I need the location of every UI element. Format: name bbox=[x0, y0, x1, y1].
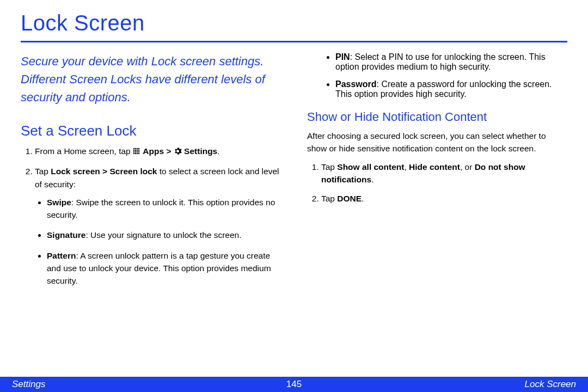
step-1-settings-label: Settings bbox=[184, 146, 217, 156]
svg-point-8 bbox=[133, 151, 134, 152]
content-columns: Secure your device with Lock screen sett… bbox=[21, 52, 567, 295]
footer-right: Lock Screen bbox=[525, 379, 577, 390]
step-1: From a Home screen, tap Apps > bbox=[35, 145, 281, 158]
notif-step2-pre: Tap bbox=[321, 194, 337, 203]
svg-point-7 bbox=[138, 150, 139, 151]
footer-left: Settings bbox=[12, 379, 45, 390]
notif-step2-period: . bbox=[362, 194, 364, 203]
bullet-password: Password: Create a password for unlockin… bbox=[335, 79, 567, 99]
step-1-pre: From a Home screen, tap bbox=[35, 146, 133, 156]
manual-page: Lock Screen Secure your device with Lock… bbox=[0, 0, 588, 392]
notification-steps: Tap Show all content, Hide content, or D… bbox=[307, 161, 567, 205]
svg-point-1 bbox=[135, 148, 136, 149]
signature-label: Signature bbox=[47, 230, 85, 240]
bullet-swipe: Swipe: Swipe the screen to unlock it. Th… bbox=[47, 196, 281, 222]
signature-text: : Use your signature to unlock the scree… bbox=[85, 230, 241, 240]
svg-point-10 bbox=[137, 151, 138, 152]
notif-step1-period: . bbox=[371, 175, 373, 184]
svg-point-13 bbox=[135, 153, 136, 154]
notif-step1-c2: , or bbox=[460, 162, 475, 171]
page-title: Lock Screen bbox=[21, 11, 567, 39]
svg-point-0 bbox=[133, 148, 134, 149]
step-1-apps-label: Apps > bbox=[143, 146, 173, 156]
intro-text: Secure your device with Lock screen sett… bbox=[21, 52, 281, 106]
notif-step-1: Tap Show all content, Hide content, or D… bbox=[321, 161, 567, 186]
title-divider bbox=[21, 41, 567, 42]
pin-label: PIN bbox=[335, 52, 350, 62]
heading-set-screen-lock: Set a Screen Lock bbox=[21, 122, 281, 139]
password-label: Password bbox=[335, 79, 377, 89]
step-1-period: . bbox=[217, 146, 219, 156]
svg-point-5 bbox=[135, 150, 136, 151]
bullet-pin: PIN: Select a PIN to use for unlocking t… bbox=[335, 52, 567, 72]
left-column: Secure your device with Lock screen sett… bbox=[21, 52, 281, 295]
notification-para: After choosing a secured lock screen, yo… bbox=[307, 130, 567, 155]
heading-notification-content: Show or Hide Notification Content bbox=[307, 110, 567, 124]
page-footer: Settings 145 Lock Screen bbox=[0, 377, 588, 392]
swipe-label: Swipe bbox=[47, 198, 71, 207]
swipe-text: : Swipe the screen to unlock it. This op… bbox=[47, 198, 275, 219]
svg-point-4 bbox=[133, 150, 134, 151]
svg-point-12 bbox=[133, 153, 134, 154]
notif-step1-pre: Tap bbox=[321, 162, 337, 171]
svg-point-3 bbox=[138, 148, 139, 149]
bullet-signature: Signature: Use your signature to unlock … bbox=[47, 229, 281, 241]
svg-point-6 bbox=[137, 150, 138, 151]
pattern-text: : A screen unlock pattern is a tap gestu… bbox=[47, 251, 271, 286]
bullet-pattern: Pattern: A screen unlock pattern is a ta… bbox=[47, 249, 281, 287]
step-2-pre: Tap bbox=[35, 167, 51, 176]
notif-step2-bold: DONE bbox=[337, 194, 362, 203]
lock-type-bullets-continued: PIN: Select a PIN to use for unlocking t… bbox=[323, 52, 567, 99]
svg-point-2 bbox=[137, 148, 138, 149]
settings-gear-icon bbox=[174, 146, 182, 158]
notif-step1-c1: , bbox=[404, 162, 409, 171]
svg-point-9 bbox=[135, 151, 136, 152]
step-2-bold: Lock screen > Screen lock bbox=[51, 167, 157, 176]
apps-grid-icon bbox=[133, 146, 140, 158]
svg-point-15 bbox=[138, 153, 139, 154]
step-2: Tap Lock screen > Screen lock to select … bbox=[35, 165, 281, 287]
footer-page-number: 145 bbox=[286, 379, 302, 390]
lock-type-bullets: Swipe: Swipe the screen to unlock it. Th… bbox=[35, 196, 281, 287]
pin-text: : Select a PIN to use for unlocking the … bbox=[335, 52, 546, 71]
svg-point-11 bbox=[138, 151, 139, 152]
right-column: PIN: Select a PIN to use for unlocking t… bbox=[307, 52, 567, 295]
notif-step1-b1: Show all content bbox=[337, 162, 404, 171]
pattern-label: Pattern bbox=[47, 251, 76, 260]
set-lock-steps: From a Home screen, tap Apps > bbox=[21, 145, 281, 287]
notif-step1-b2: Hide content bbox=[409, 162, 460, 171]
svg-point-14 bbox=[137, 153, 138, 154]
notif-step-2: Tap DONE. bbox=[321, 192, 567, 205]
